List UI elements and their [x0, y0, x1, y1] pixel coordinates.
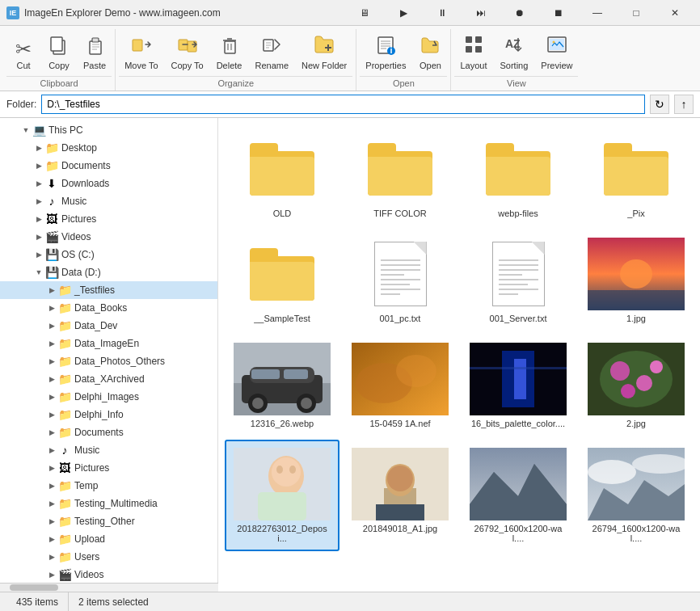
preview-button[interactable]: Preview — [535, 29, 578, 74]
sidebar-item-data-books[interactable]: ▶ 📁 Data_Books — [0, 299, 217, 317]
tree-toggle[interactable]: ▶ — [45, 319, 58, 332]
sidebar-scrollbar[interactable] — [0, 583, 218, 592]
file-item-15-0459[interactable]: 15-0459 1A.nef — [343, 335, 458, 436]
tree-toggle[interactable]: ▶ — [45, 337, 58, 350]
tree-toggle[interactable]: ▶ — [45, 301, 58, 314]
svg-point-61 — [636, 375, 652, 391]
sidebar-item-music2[interactable]: ▶ ♪ Music — [0, 441, 217, 459]
sidebar-item-data-photos[interactable]: ▶ 📁 Data_Photos_Others — [0, 352, 217, 370]
file-item-2jpg[interactable]: 2.jpg — [579, 335, 694, 436]
copy-to-button[interactable]: Copy To — [166, 29, 209, 74]
tree-item-label: Upload — [74, 533, 105, 545]
file-item-1jpg[interactable]: 1.jpg — [579, 230, 694, 331]
tree-toggle[interactable]: ▶ — [45, 497, 58, 510]
tree-toggle[interactable]: ▶ — [45, 444, 58, 457]
tree-toggle[interactable]: ▶ — [32, 248, 45, 261]
sidebar-item-users[interactable]: ▶ 📁 Users — [0, 548, 217, 566]
sidebar-item-pictures2[interactable]: ▶ 🖼 Pictures — [0, 459, 217, 477]
rename-button[interactable]: Rename — [249, 29, 294, 74]
sidebar-item-os-c[interactable]: ▶ 💾 OS (C:) — [0, 246, 217, 263]
tree-toggle[interactable]: ▶ — [32, 141, 45, 154]
sorting-button[interactable]: AZ Sorting — [494, 29, 533, 74]
tree-toggle[interactable]: ▶ — [32, 177, 45, 190]
sidebar-item-videos2[interactable]: ▶ 🎬 Videos — [0, 566, 217, 583]
tree-toggle[interactable]: ▶ — [32, 159, 45, 172]
sidebar-item-upload[interactable]: ▶ 📁 Upload — [0, 530, 217, 548]
sidebar-item-documents[interactable]: ▶ 📁 Documents — [0, 157, 217, 175]
file-item-26794[interactable]: 26794_1600x1200-wal.... — [579, 440, 694, 551]
sidebar-item-pictures[interactable]: ▶ 🖼 Pictures — [0, 210, 217, 228]
media-btn[interactable]: ▶ — [385, 0, 422, 26]
file-item-26792[interactable]: 26792_1600x1200-wal.... — [461, 440, 576, 551]
sidebar-item-delphi-images[interactable]: ▶ 📁 Delphi_Images — [0, 388, 217, 406]
file-item-201849[interactable]: 201849018_A1.jpg — [343, 440, 458, 551]
media-btn3[interactable]: ⏭ — [462, 0, 500, 26]
file-item-old[interactable]: OLD — [225, 124, 339, 226]
media-btn4[interactable]: ⏺ — [501, 0, 538, 26]
tree-toggle[interactable]: ▶ — [45, 355, 58, 368]
file-item-001-pc[interactable]: 001_pc.txt — [343, 230, 458, 331]
up-button[interactable]: ↑ — [674, 95, 694, 114]
tree-toggle[interactable]: ▶ — [45, 550, 58, 563]
sidebar-item-videos[interactable]: ▶ 🎬 Videos — [0, 228, 217, 246]
cut-button[interactable]: ✂ Cut — [6, 36, 40, 74]
file-name: _Pix — [627, 209, 644, 218]
sidebar-item-delphi-info[interactable]: ▶ 📁 Delphi_Info — [0, 406, 217, 423]
sidebar-item-desktop[interactable]: ▶ 📁 Desktop — [0, 139, 217, 157]
file-item-12316[interactable]: 12316_26.webp — [225, 335, 339, 436]
file-item-sample-test[interactable]: __SampleTest — [225, 230, 339, 331]
media-btn2[interactable]: ⏸ — [424, 0, 461, 26]
open-button[interactable]: Open — [413, 29, 447, 74]
sidebar-item-downloads[interactable]: ▶ ⬇ Downloads — [0, 175, 217, 192]
media-btn5[interactable]: ⏹ — [540, 0, 577, 26]
tree-toggle[interactable]: ▶ — [45, 390, 58, 403]
sidebar-item-data-imageen[interactable]: ▶ 📁 Data_ImageEn — [0, 335, 217, 352]
tree-toggle[interactable]: ▶ — [32, 195, 45, 208]
minimize-btn[interactable]: — — [579, 0, 616, 26]
file-item-201822[interactable]: 201822763012_Deposi... — [225, 440, 339, 551]
sidebar-item-data-d[interactable]: ▼ 💾 Data (D:) — [0, 263, 217, 281]
tree-toggle[interactable]: ▶ — [45, 515, 58, 528]
layout-button[interactable]: Layout — [454, 29, 492, 74]
new-folder-button[interactable]: New Folder — [296, 29, 352, 74]
tree-toggle[interactable]: ▼ — [32, 266, 45, 279]
paste-button[interactable]: Paste — [78, 29, 112, 74]
sidebar-item-data-dev[interactable]: ▶ 📁 Data_Dev — [0, 317, 217, 335]
file-item-16-bits[interactable]: 16_bits_palette_color.... — [461, 335, 576, 436]
tree-toggle[interactable]: ▶ — [45, 533, 58, 546]
monitor-btn[interactable]: 🖥 — [346, 0, 383, 26]
refresh-button[interactable]: ↻ — [650, 95, 669, 114]
sidebar-item-testing-mm[interactable]: ▶ 📁 Testing_Multimedia — [0, 495, 217, 512]
tree-toggle[interactable]: ▶ — [32, 230, 45, 243]
sidebar-item-music[interactable]: ▶ ♪ Music — [0, 192, 217, 210]
properties-button[interactable]: Properties — [360, 29, 411, 74]
tree-toggle[interactable]: ▶ — [45, 426, 58, 439]
tree-item-label: Music — [74, 445, 99, 456]
copy-button[interactable]: Copy — [42, 29, 76, 74]
tree-toggle[interactable]: ▼ — [19, 124, 32, 137]
move-to-button[interactable]: Move To — [119, 29, 163, 74]
file-item-tiff-color[interactable]: TIFF COLOR — [343, 124, 458, 226]
delete-button[interactable]: Delete — [211, 29, 248, 74]
sidebar-item-documents2[interactable]: ▶ 📁 Documents — [0, 423, 217, 441]
sidebar-item-data-xarchived[interactable]: ▶ 📁 Data_XArchived — [0, 370, 217, 388]
file-item-webp-files[interactable]: webp-files — [461, 124, 576, 226]
sidebar-item-this-pc[interactable]: ▼ 💻 This PC — [0, 121, 217, 139]
tree-toggle[interactable]: ▶ — [45, 461, 58, 474]
sidebar-item-testing-other[interactable]: ▶ 📁 Testing_Other — [0, 512, 217, 530]
file-item-001-server[interactable]: 001_Server.txt — [461, 230, 576, 331]
sidebar-item-testfiles[interactable]: ▶ 📁 _Testfiles — [0, 281, 217, 299]
tree-toggle[interactable]: ▶ — [45, 568, 58, 581]
sidebar-item-temp[interactable]: ▶ 📁 Temp — [0, 477, 217, 495]
tree-toggle[interactable]: ▶ — [45, 408, 58, 421]
close-btn[interactable]: ✕ — [656, 0, 694, 26]
svg-point-60 — [610, 361, 630, 381]
tree-toggle[interactable]: ▶ — [45, 284, 58, 297]
maximize-btn[interactable]: □ — [618, 0, 655, 26]
file-item-pix[interactable]: _Pix — [579, 124, 694, 226]
tree-toggle[interactable]: ▶ — [45, 373, 58, 386]
tree-toggle[interactable]: ▶ — [32, 213, 45, 225]
new-folder-icon — [313, 33, 335, 59]
address-input[interactable] — [41, 95, 645, 114]
tree-toggle[interactable]: ▶ — [45, 479, 58, 492]
